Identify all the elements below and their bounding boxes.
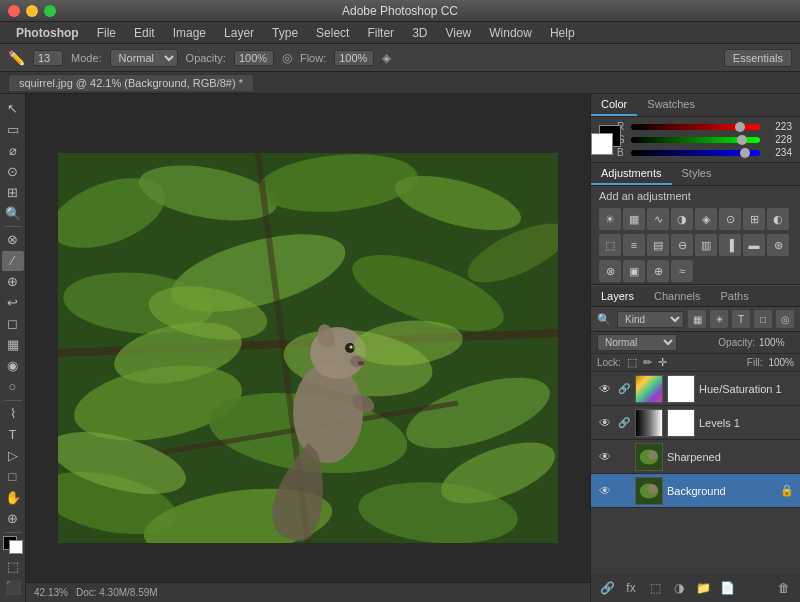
path-select-tool[interactable]: ▷	[2, 446, 24, 466]
layer-kind-select[interactable]: Kind Name Effect	[617, 311, 684, 328]
minimize-button[interactable]	[26, 5, 38, 17]
lock-position-icon[interactable]: ✛	[658, 356, 667, 369]
link-layers-button[interactable]: 🔗	[597, 578, 617, 598]
traffic-lights[interactable]	[8, 5, 56, 17]
extra-adj-4[interactable]: ≈	[671, 260, 693, 282]
menu-filter[interactable]: Filter	[359, 24, 402, 42]
lasso-tool[interactable]: ⌀	[2, 140, 24, 160]
layer-chain-hue-sat[interactable]: 🔗	[617, 382, 631, 396]
document-tab[interactable]: squirrel.jpg @ 42.1% (Background, RGB/8#…	[8, 74, 254, 91]
add-mask-button[interactable]: ⬚	[645, 578, 665, 598]
delete-layer-button[interactable]: 🗑	[774, 578, 794, 598]
color-lookup-icon[interactable]: ▤	[647, 234, 669, 256]
opacity-input[interactable]	[234, 50, 274, 66]
canvas-area[interactable]: 42.13% Doc: 4.30M/8.59M	[26, 94, 590, 602]
layer-eye-hue-sat[interactable]: 👁	[597, 381, 613, 397]
extra-adj-2[interactable]: ▣	[623, 260, 645, 282]
posterize-icon[interactable]: ▥	[695, 234, 717, 256]
layer-background[interactable]: 👁 Background 🔒	[591, 474, 800, 508]
tab-paths[interactable]: Paths	[711, 286, 759, 306]
layer-hue-sat[interactable]: 👁 🔗 Hue/Saturation 1	[591, 372, 800, 406]
curves-icon[interactable]: ∿	[647, 208, 669, 230]
tab-channels[interactable]: Channels	[644, 286, 710, 306]
threshold-icon[interactable]: ▐	[719, 234, 741, 256]
filter-shape-icon[interactable]: □	[754, 310, 772, 328]
brush-tool[interactable]: ∕	[2, 251, 24, 271]
photo-filter-icon[interactable]: ⬚	[599, 234, 621, 256]
tab-color[interactable]: Color	[591, 94, 637, 116]
menu-window[interactable]: Window	[481, 24, 540, 42]
close-button[interactable]	[8, 5, 20, 17]
brightness-contrast-icon[interactable]: ☀	[599, 208, 621, 230]
eraser-tool[interactable]: ◻	[2, 314, 24, 334]
r-slider[interactable]	[631, 124, 760, 130]
menu-photoshop[interactable]: Photoshop	[8, 24, 87, 42]
tab-layers[interactable]: Layers	[591, 286, 644, 306]
background-swatch[interactable]	[591, 133, 613, 155]
tab-swatches[interactable]: Swatches	[637, 94, 705, 116]
menu-image[interactable]: Image	[165, 24, 214, 42]
layer-eye-sharpened[interactable]: 👁	[597, 449, 613, 465]
tab-styles[interactable]: Styles	[672, 163, 722, 185]
layer-eye-background[interactable]: 👁	[597, 483, 613, 499]
pen-tool[interactable]: ⌇	[2, 404, 24, 424]
levels-icon[interactable]: ▦	[623, 208, 645, 230]
menu-help[interactable]: Help	[542, 24, 583, 42]
tab-adjustments[interactable]: Adjustments	[591, 163, 672, 185]
menu-view[interactable]: View	[437, 24, 479, 42]
flow-input[interactable]	[334, 50, 374, 66]
filter-adj-icon[interactable]: ☀	[710, 310, 728, 328]
history-brush-tool[interactable]: ↩	[2, 293, 24, 313]
g-slider[interactable]	[631, 137, 760, 143]
spot-heal-tool[interactable]: ⊗	[2, 230, 24, 250]
menu-type[interactable]: Type	[264, 24, 306, 42]
lock-pixels-icon[interactable]: ✏	[643, 356, 652, 369]
b-slider[interactable]	[631, 150, 760, 156]
layer-levels[interactable]: 👁 🔗 Levels 1	[591, 406, 800, 440]
airbrush-icon[interactable]: ◈	[382, 51, 391, 65]
gradient-tool[interactable]: ▦	[2, 335, 24, 355]
eyedropper-tool[interactable]: 🔍	[2, 203, 24, 223]
brush-size-input[interactable]	[33, 50, 63, 66]
shape-tool[interactable]: □	[2, 467, 24, 487]
hand-tool[interactable]: ✋	[2, 488, 24, 508]
mode-select[interactable]: Normal Multiply Screen	[110, 49, 178, 67]
gradient-map-icon[interactable]: ▬	[743, 234, 765, 256]
dodge-tool[interactable]: ○	[2, 377, 24, 397]
move-tool[interactable]: ↖	[2, 98, 24, 118]
filter-pixel-icon[interactable]: ▦	[688, 310, 706, 328]
screen-mode-tool[interactable]: ⬛	[2, 578, 24, 598]
new-group-button[interactable]: 📁	[693, 578, 713, 598]
type-tool[interactable]: T	[2, 425, 24, 445]
foreground-color[interactable]	[3, 536, 23, 554]
pressure-icon[interactable]: ◎	[282, 51, 292, 65]
new-layer-button[interactable]: 📄	[717, 578, 737, 598]
filter-smart-icon[interactable]: ◎	[776, 310, 794, 328]
menu-select[interactable]: Select	[308, 24, 357, 42]
brush-tool-icon[interactable]: ✏️	[8, 50, 25, 66]
new-adj-layer-button[interactable]: ◑	[669, 578, 689, 598]
menu-3d[interactable]: 3D	[404, 24, 435, 42]
quick-select-tool[interactable]: ⊙	[2, 161, 24, 181]
hue-sat-icon[interactable]: ⊙	[719, 208, 741, 230]
filter-type-icon[interactable]: T	[732, 310, 750, 328]
menu-edit[interactable]: Edit	[126, 24, 163, 42]
selective-color-icon[interactable]: ⊛	[767, 234, 789, 256]
channel-mixer-icon[interactable]: ≡	[623, 234, 645, 256]
blend-mode-select[interactable]: Normal Multiply Screen	[597, 334, 677, 351]
layer-fx-button[interactable]: fx	[621, 578, 641, 598]
layer-chain-levels[interactable]: 🔗	[617, 416, 631, 430]
vibrance-icon[interactable]: ◈	[695, 208, 717, 230]
layer-eye-levels[interactable]: 👁	[597, 415, 613, 431]
menu-file[interactable]: File	[89, 24, 124, 42]
essentials-button[interactable]: Essentials	[724, 49, 792, 67]
black-white-icon[interactable]: ◐	[767, 208, 789, 230]
zoom-tool[interactable]: ⊕	[2, 509, 24, 529]
crop-tool[interactable]: ⊞	[2, 182, 24, 202]
color-balance-icon[interactable]: ⊞	[743, 208, 765, 230]
extra-adj-3[interactable]: ⊕	[647, 260, 669, 282]
lock-transparent-icon[interactable]: ⬚	[627, 356, 637, 369]
invert-icon[interactable]: ⊖	[671, 234, 693, 256]
blur-tool[interactable]: ◉	[2, 356, 24, 376]
quick-mask-tool[interactable]: ⬚	[2, 557, 24, 577]
